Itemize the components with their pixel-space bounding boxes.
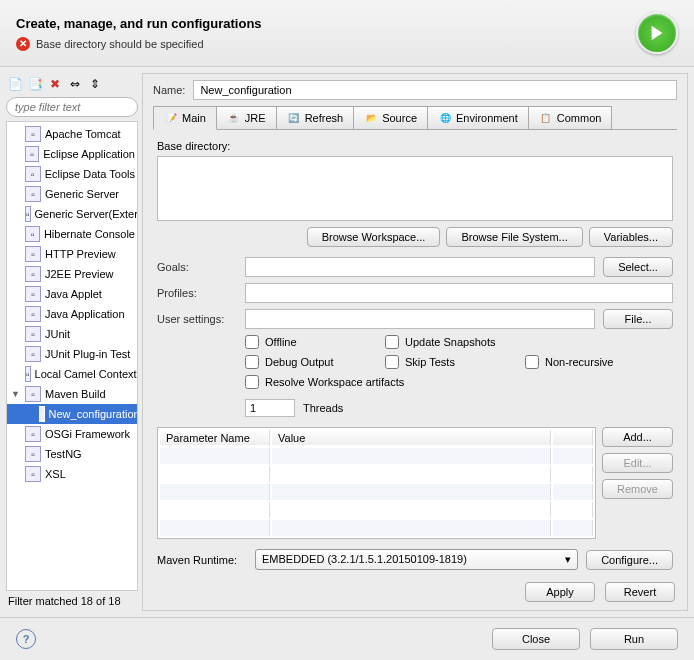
parameters-table[interactable]: Parameter Name Value bbox=[157, 427, 596, 539]
tree-item-child[interactable]: ▫New_configuration bbox=[7, 404, 137, 424]
profiles-input[interactable] bbox=[245, 283, 673, 303]
error-message: ✕ Base directory should be specified bbox=[16, 37, 636, 51]
tree-item-label: Apache Tomcat bbox=[45, 128, 121, 140]
edit-button[interactable]: Edit... bbox=[602, 453, 673, 473]
tree-item[interactable]: ▫Java Applet bbox=[7, 284, 137, 304]
tree-item[interactable]: ▫Apache Tomcat bbox=[7, 124, 137, 144]
config-type-icon: ▫ bbox=[25, 426, 41, 442]
tree-item[interactable]: ▫Java Application bbox=[7, 304, 137, 324]
offline-checkbox[interactable]: Offline bbox=[245, 335, 375, 349]
tree-item[interactable]: ▫Generic Server(External) bbox=[7, 204, 137, 224]
tree-item-label: JUnit bbox=[45, 328, 70, 340]
tree-item-label: Java Applet bbox=[45, 288, 102, 300]
new-config-icon[interactable]: 📄 bbox=[6, 75, 24, 93]
config-type-icon: ▫ bbox=[25, 326, 41, 342]
table-row bbox=[160, 484, 593, 500]
tree-item[interactable]: ▫Eclipse Application bbox=[7, 144, 137, 164]
update-snapshots-checkbox[interactable]: Update Snapshots bbox=[385, 335, 515, 349]
tab-label: Common bbox=[557, 112, 602, 124]
collapse-icon[interactable]: ⇔ bbox=[66, 75, 84, 93]
config-type-icon: ▫ bbox=[25, 286, 41, 302]
tree-item-label: Eclipse Application bbox=[43, 148, 135, 160]
threads-spinner[interactable] bbox=[245, 399, 295, 417]
tab-common[interactable]: 📋Common bbox=[528, 106, 613, 129]
browse-workspace-button[interactable]: Browse Workspace... bbox=[307, 227, 441, 247]
tree-item[interactable]: ▫Maven Build bbox=[7, 384, 137, 404]
tree-item[interactable]: ▫XSL bbox=[7, 464, 137, 484]
tree-item[interactable]: ▫TestNG bbox=[7, 444, 137, 464]
tree-item[interactable]: ▫Eclipse Data Tools bbox=[7, 164, 137, 184]
goals-input[interactable] bbox=[245, 257, 595, 277]
table-row bbox=[160, 520, 593, 536]
select-button[interactable]: Select... bbox=[603, 257, 673, 277]
tab-label: Source bbox=[382, 112, 417, 124]
main-tab-form: Base directory: Browse Workspace... Brow… bbox=[153, 130, 677, 574]
configure-button[interactable]: Configure... bbox=[586, 550, 673, 570]
tab-icon: 📂 bbox=[364, 111, 378, 125]
file-button[interactable]: File... bbox=[603, 309, 673, 329]
tab-main[interactable]: 📝Main bbox=[153, 106, 217, 130]
tree-item-label: TestNG bbox=[45, 448, 82, 460]
tab-label: Refresh bbox=[305, 112, 344, 124]
non-recursive-checkbox[interactable]: Non-recursive bbox=[525, 355, 655, 369]
tree-item-label: Generic Server bbox=[45, 188, 119, 200]
user-settings-input[interactable] bbox=[245, 309, 595, 329]
threads-label: Threads bbox=[303, 402, 343, 414]
tree-item[interactable]: ▫Local Camel Context bbox=[7, 364, 137, 384]
tree-item[interactable]: ▫JUnit bbox=[7, 324, 137, 344]
skip-tests-checkbox[interactable]: Skip Tests bbox=[385, 355, 515, 369]
base-dir-input[interactable] bbox=[157, 156, 673, 221]
tree-item-label: Local Camel Context bbox=[35, 368, 137, 380]
expand-icon[interactable]: ⇕ bbox=[86, 75, 104, 93]
duplicate-config-icon[interactable]: 📑 bbox=[26, 75, 44, 93]
tree-item-label: Hibernate Console bbox=[44, 228, 135, 240]
tab-icon: 🌐 bbox=[438, 111, 452, 125]
apply-button[interactable]: Apply bbox=[525, 582, 595, 602]
tab-icon: 🔄 bbox=[287, 111, 301, 125]
tree-item-label: OSGi Framework bbox=[45, 428, 130, 440]
config-type-icon: ▫ bbox=[25, 246, 41, 262]
tree-item[interactable]: ▫Generic Server bbox=[7, 184, 137, 204]
table-row bbox=[160, 502, 593, 518]
error-text: Base directory should be specified bbox=[36, 38, 204, 50]
config-type-icon: ▫ bbox=[25, 306, 41, 322]
debug-output-checkbox[interactable]: Debug Output bbox=[245, 355, 375, 369]
base-dir-label: Base directory: bbox=[157, 140, 673, 152]
run-button[interactable]: Run bbox=[590, 628, 678, 650]
tab-label: Main bbox=[182, 112, 206, 124]
tree-item-label: Java Application bbox=[45, 308, 125, 320]
tree-item-label: JUnit Plug-in Test bbox=[45, 348, 130, 360]
dialog-header: Create, manage, and run configurations ✕… bbox=[0, 0, 694, 67]
tree-item-label: Generic Server(External) bbox=[35, 208, 138, 220]
tree-item[interactable]: ▫JUnit Plug-in Test bbox=[7, 344, 137, 364]
tree-item[interactable]: ▫Hibernate Console bbox=[7, 224, 137, 244]
tab-environment[interactable]: 🌐Environment bbox=[427, 106, 529, 129]
name-input[interactable] bbox=[193, 80, 677, 100]
tree-item[interactable]: ▫J2EE Preview bbox=[7, 264, 137, 284]
config-type-icon: ▫ bbox=[25, 346, 41, 362]
tab-source[interactable]: 📂Source bbox=[353, 106, 428, 129]
error-icon: ✕ bbox=[16, 37, 30, 51]
add-button[interactable]: Add... bbox=[602, 427, 673, 447]
filter-input[interactable] bbox=[6, 97, 138, 117]
dialog-title: Create, manage, and run configurations bbox=[16, 16, 636, 31]
config-type-icon: ▫ bbox=[25, 386, 41, 402]
tree-item[interactable]: ▫OSGi Framework bbox=[7, 424, 137, 444]
resolve-workspace-checkbox[interactable]: Resolve Workspace artifacts bbox=[245, 375, 655, 389]
tab-jre[interactable]: ☕JRE bbox=[216, 106, 277, 129]
revert-button[interactable]: Revert bbox=[605, 582, 675, 602]
remove-button[interactable]: Remove bbox=[602, 479, 673, 499]
config-type-icon: ▫ bbox=[25, 226, 40, 242]
delete-config-icon[interactable]: ✖ bbox=[46, 75, 64, 93]
tab-label: JRE bbox=[245, 112, 266, 124]
tab-icon: 📋 bbox=[539, 111, 553, 125]
config-type-icon: ▫ bbox=[39, 406, 45, 422]
tab-refresh[interactable]: 🔄Refresh bbox=[276, 106, 355, 129]
help-icon[interactable]: ? bbox=[16, 629, 36, 649]
runtime-select[interactable]: EMBEDDED (3.2.1/1.5.1.20150109-1819) ▾ bbox=[255, 549, 578, 570]
variables-button[interactable]: Variables... bbox=[589, 227, 673, 247]
tab-icon: ☕ bbox=[227, 111, 241, 125]
tree-item[interactable]: ▫HTTP Preview bbox=[7, 244, 137, 264]
browse-filesystem-button[interactable]: Browse File System... bbox=[446, 227, 582, 247]
close-button[interactable]: Close bbox=[492, 628, 580, 650]
